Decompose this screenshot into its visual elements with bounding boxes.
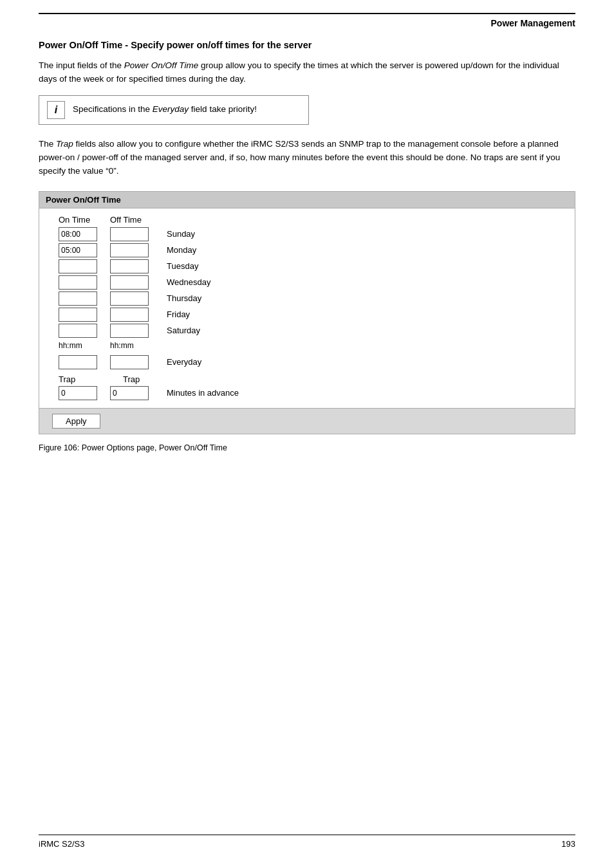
trap-off-header: Trap [123, 374, 174, 384]
saturday-row: Saturday [52, 324, 562, 338]
thursday-label: Thursday [167, 293, 201, 303]
apply-button[interactable]: Apply [52, 414, 100, 429]
info-text: Specifications in the Everyday field tak… [73, 101, 257, 116]
sunday-row: Sunday [52, 227, 562, 241]
everyday-on-input[interactable] [59, 355, 97, 369]
column-headers: On Time Off Time [52, 215, 562, 225]
format-hint-row: hh:mm hh:mm [52, 341, 562, 350]
saturday-label: Saturday [167, 326, 200, 335]
friday-label: Friday [167, 309, 190, 319]
thursday-on-input[interactable] [59, 291, 97, 306]
friday-on-input[interactable] [59, 308, 97, 322]
page-header-title: Power Management [491, 18, 575, 28]
monday-label: Monday [167, 245, 196, 255]
monday-on-input[interactable] [59, 243, 97, 257]
everyday-label: Everyday [167, 357, 201, 367]
tuesday-label: Tuesday [167, 261, 198, 271]
power-onoff-table: Power On/Off Time On Time Off Time Sunda… [39, 191, 575, 434]
tuesday-on-input[interactable] [59, 259, 97, 273]
trap-on-header: Trap [59, 374, 110, 384]
trap-on-input[interactable] [59, 386, 97, 400]
saturday-off-input[interactable] [110, 324, 149, 338]
off-format-label: hh:mm [110, 341, 149, 350]
day-rows: Sunday Monday Tuesday [52, 227, 562, 340]
everyday-off-input[interactable] [110, 355, 149, 369]
on-time-header: On Time [59, 215, 110, 225]
wednesday-row: Wednesday [52, 275, 562, 290]
everyday-row: Everyday [52, 355, 562, 369]
intro-paragraph: The input fields of the Power On/Off Tim… [39, 59, 575, 86]
sunday-on-input[interactable] [59, 227, 97, 241]
friday-off-input[interactable] [110, 308, 149, 322]
thursday-row: Thursday [52, 291, 562, 306]
saturday-on-input[interactable] [59, 324, 97, 338]
trap-section: Trap Trap Minutes in advance [52, 374, 562, 400]
monday-row: Monday [52, 243, 562, 257]
table-header: Power On/Off Time [39, 192, 575, 208]
trap-description: The Trap fields also allow you to config… [39, 138, 575, 178]
footer-product-name: iRMC S2/S3 [39, 839, 85, 849]
wednesday-on-input[interactable] [59, 275, 97, 290]
figure-caption: Figure 106: Power Options page, Power On… [39, 443, 575, 452]
section-title: Power On/Off Time - Specify power on/off… [39, 40, 575, 50]
friday-row: Friday [52, 308, 562, 322]
tuesday-row: Tuesday [52, 259, 562, 273]
page-footer: iRMC S2/S3 193 [39, 835, 575, 849]
off-time-header: Off Time [110, 215, 162, 225]
tuesday-off-input[interactable] [110, 259, 149, 273]
trap-row: Minutes in advance [59, 386, 562, 400]
monday-off-input[interactable] [110, 243, 149, 257]
info-icon: i [47, 101, 65, 119]
on-format-label: hh:mm [59, 341, 97, 350]
info-box: i Specifications in the Everyday field t… [39, 95, 309, 125]
thursday-off-input[interactable] [110, 291, 149, 306]
wednesday-label: Wednesday [167, 277, 210, 287]
trap-off-input[interactable] [110, 386, 149, 400]
sunday-label: Sunday [167, 229, 195, 239]
footer-page-number: 193 [561, 839, 575, 849]
trap-headers: Trap Trap [59, 374, 562, 384]
minutes-in-advance-label: Minutes in advance [167, 388, 239, 398]
wednesday-off-input[interactable] [110, 275, 149, 290]
apply-row: Apply [39, 408, 575, 434]
sunday-off-input[interactable] [110, 227, 149, 241]
